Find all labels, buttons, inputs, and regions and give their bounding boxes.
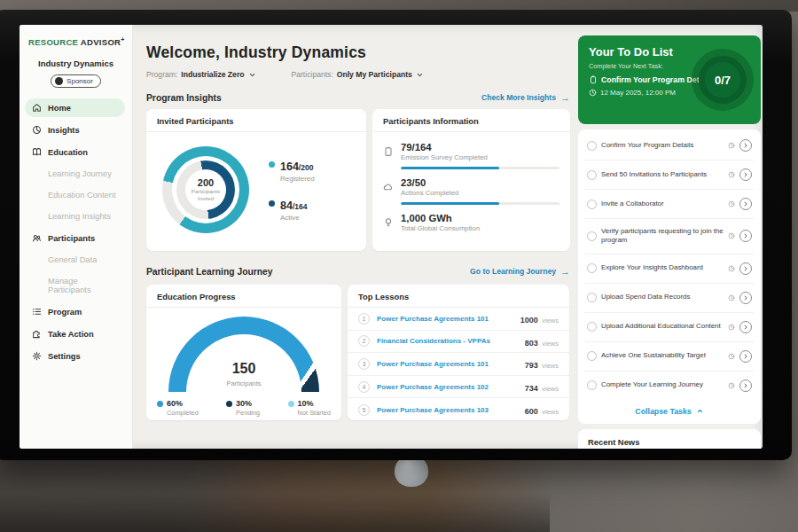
lesson-rank: 5 (358, 404, 370, 416)
filter-dropdown[interactable]: Participants: Only My Participants (292, 70, 424, 79)
recent-news-card[interactable]: Recent News (578, 429, 761, 449)
clock-icon (728, 265, 735, 272)
chevron-right-icon[interactable] (739, 139, 752, 152)
chevron-right-icon[interactable] (739, 379, 752, 392)
task-checkbox[interactable] (587, 293, 597, 302)
education-gauge-chart: 150 Participants (168, 317, 319, 392)
lesson-link[interactable]: Power Purchase Agreements 101 (377, 315, 489, 323)
chevron-right-icon[interactable] (739, 230, 752, 242)
todo-task-row[interactable]: Explore Your Insights Dashboard (585, 254, 754, 284)
lesson-link[interactable]: Financial Considerations - VPPAs (377, 337, 490, 345)
chevron-right-icon[interactable] (739, 262, 752, 275)
legend-dot (269, 161, 275, 168)
task-checkbox[interactable] (587, 380, 597, 390)
donut-center-label: Participants Invited (188, 188, 223, 202)
todo-tasks-card: Confirm Your Program Details Send 50 Inv… (578, 129, 761, 424)
sidebar-item[interactable]: General Data (25, 251, 125, 269)
lesson-link[interactable]: Power Purchase Agreements 103 (377, 406, 489, 414)
clock-icon (728, 232, 735, 239)
sidebar-item-label: Settings (48, 352, 81, 361)
check-more-insights-link[interactable]: Check More Insights → (481, 92, 570, 103)
info-row-icon (383, 180, 394, 191)
todo-progress-value: 0/7 (715, 74, 731, 87)
legend-value: 84 (280, 200, 293, 212)
lesson-link[interactable]: Power Purchase Agreements 102 (377, 383, 489, 391)
section-title-learning-journey: Participant Learning Journey (146, 267, 272, 277)
go-to-learning-journey-link[interactable]: Go to Learning Journey → (470, 266, 570, 277)
filter-dropdown[interactable]: Program: Industrialize Zero (146, 70, 256, 79)
chevron-right-icon[interactable] (739, 350, 752, 363)
arrow-right-icon: → (560, 266, 570, 277)
legend-dot (269, 200, 275, 207)
filter-label: Program: (146, 70, 177, 79)
participants-information-card: Participants Information 79/164 Emission… (372, 109, 570, 251)
top-lessons-card: Top Lessons 1 Power Purchase Agreements … (348, 285, 569, 420)
todo-task-row[interactable]: Achieve One Sustainability Target (585, 342, 754, 372)
sidebar-item[interactable]: Education Content (25, 186, 125, 204)
todo-task-row[interactable]: Complete Your Learning Journey (585, 372, 754, 400)
sidebar-item[interactable]: Education (25, 143, 125, 161)
sidebar-item-label: Manage Participants (48, 277, 118, 294)
legend-label: Not Started (298, 409, 331, 417)
lesson-views-count: 600 (525, 407, 538, 416)
task-label: Upload Additional Educational Content (601, 322, 724, 331)
task-checkbox[interactable] (587, 322, 597, 332)
chevron-down-icon (416, 71, 424, 79)
sidebar-item[interactable]: Take Action (25, 325, 125, 343)
sidebar-item-label: General Data (48, 255, 97, 264)
sidebar-item-label: Learning Insights (48, 212, 111, 221)
sidebar-item[interactable]: Home (25, 98, 125, 117)
legend-label: Pending (236, 409, 260, 417)
sidebar-item-icon (32, 329, 42, 339)
todo-summary-card: Your To Do List Complete Your Next Task:… (578, 35, 761, 124)
task-checkbox[interactable] (587, 231, 597, 241)
task-checkbox[interactable] (587, 170, 597, 180)
info-row: 23/50 Actions Completed (372, 171, 570, 207)
gauge-center-value: 150 (186, 361, 301, 377)
task-checkbox[interactable] (587, 141, 597, 151)
task-checkbox[interactable] (587, 351, 597, 361)
progress-bar-fill (401, 167, 499, 169)
sidebar-item[interactable]: Manage Participants (25, 272, 125, 299)
card-title: Participants Information (372, 109, 570, 132)
sidebar-item-icon (32, 307, 42, 317)
sidebar-item[interactable]: Settings (25, 347, 125, 365)
task-checkbox[interactable] (587, 200, 597, 209)
chevron-right-icon[interactable] (739, 292, 752, 304)
todo-task-row[interactable]: Invite a Collaborator (585, 190, 754, 219)
legend-value: 60% (167, 399, 199, 408)
lesson-views-word: views (542, 317, 559, 325)
sidebar-item[interactable]: Program (25, 302, 125, 321)
todo-task-row[interactable]: Confirm Your Program Details (585, 131, 754, 160)
filter-value: Industrialize Zero (181, 70, 244, 79)
info-label: Emission Survey Completed (401, 153, 559, 161)
sidebar-item[interactable]: Learning Journey (25, 165, 125, 183)
sidebar-item[interactable]: Learning Insights (25, 207, 125, 225)
sponsor-badge-icon (55, 77, 63, 85)
legend-item: 10% Not Started (288, 399, 331, 417)
info-value: 79/164 (401, 142, 559, 153)
todo-task-row[interactable]: Verify participants requesting to join t… (585, 219, 754, 254)
todo-task-row[interactable]: Upload Spend Data Records (585, 284, 754, 313)
task-checkbox[interactable] (587, 263, 597, 273)
sponsor-badge[interactable]: Sponsor (51, 74, 101, 88)
page-title: Welcome, Industry Dynamics (146, 43, 570, 62)
legend-total: /200 (299, 163, 314, 172)
sidebar-item[interactable]: Participants (25, 229, 125, 247)
sidebar-item[interactable]: Insights (25, 121, 125, 139)
todo-task-row[interactable]: Send 50 Invitations to Participants (585, 160, 754, 190)
card-title: Invited Participants (146, 109, 366, 132)
legend-value: 164 (280, 160, 299, 173)
recent-news-title: Recent News (588, 437, 751, 447)
todo-task-row[interactable]: Upload Additional Educational Content (585, 313, 754, 342)
chevron-right-icon[interactable] (739, 198, 752, 210)
clock-icon (728, 324, 735, 331)
collapse-tasks-link[interactable]: Collapse Tasks (585, 400, 754, 420)
lesson-link[interactable]: Power Purchase Agreements 101 (377, 360, 489, 368)
legend-label: Completed (167, 409, 199, 417)
sidebar-item-label: Insights (48, 126, 80, 135)
chevron-right-icon[interactable] (739, 168, 752, 181)
sidebar-item-icon (32, 147, 42, 157)
gauge-center-label: Participants (186, 379, 301, 387)
chevron-right-icon[interactable] (739, 321, 752, 333)
